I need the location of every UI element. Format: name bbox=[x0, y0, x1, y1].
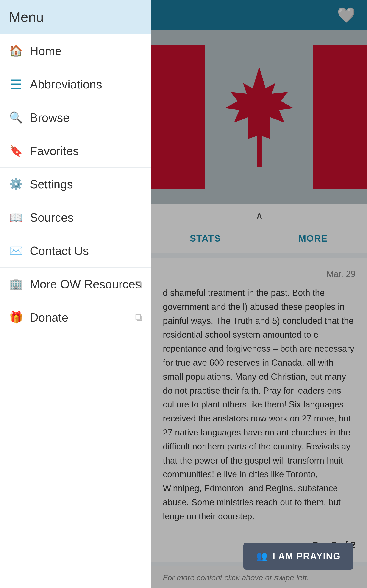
sidebar-item-abbreviations[interactable]: ☰ Abbreviations bbox=[0, 68, 151, 101]
browse-label: Browse bbox=[30, 111, 69, 124]
browse-icon: 🔍 bbox=[9, 111, 23, 124]
sidebar-item-settings[interactable]: ⚙️ Settings bbox=[0, 168, 151, 201]
sidebar-header: Menu bbox=[0, 0, 151, 34]
sidebar-item-favorites[interactable]: 🔖 Favorites bbox=[0, 134, 151, 168]
sidebar-nav: 🏠 Home ☰ Abbreviations 🔍 Browse 🔖 Favori… bbox=[0, 34, 151, 588]
sources-icon: 📖 bbox=[9, 211, 23, 225]
home-label: Home bbox=[30, 44, 62, 58]
sidebar-item-donate[interactable]: 🎁 Donate ⧉ bbox=[0, 301, 151, 334]
sidebar-item-sources[interactable]: 📖 Sources bbox=[0, 201, 151, 234]
sidebar-item-home[interactable]: 🏠 Home bbox=[0, 34, 151, 68]
donate-icon: 🎁 bbox=[9, 311, 23, 324]
settings-icon: ⚙️ bbox=[9, 177, 23, 191]
external-link-icon-2: ⧉ bbox=[135, 312, 142, 323]
praying-button-label: I AM PRAYING bbox=[273, 551, 341, 561]
sidebar-item-more-ow-resources[interactable]: 🏢 More OW Resources ⧉ bbox=[0, 268, 151, 301]
abbreviations-label: Abbreviations bbox=[30, 78, 102, 91]
home-icon: 🏠 bbox=[9, 44, 23, 58]
menu-title: Menu bbox=[9, 9, 44, 25]
more-ow-label: More OW Resources bbox=[30, 277, 141, 291]
praying-btn-area: 👥 I AM PRAYING bbox=[243, 543, 353, 570]
contact-label: Contact Us bbox=[30, 244, 89, 258]
sidebar: Menu 🏠 Home ☰ Abbreviations 🔍 Browse 🔖 F… bbox=[0, 0, 151, 588]
external-link-icon-1: ⧉ bbox=[135, 278, 142, 290]
sidebar-item-browse[interactable]: 🔍 Browse bbox=[0, 101, 151, 134]
sources-label: Sources bbox=[30, 211, 74, 225]
donate-label: Donate bbox=[30, 311, 68, 324]
praying-icon: 👥 bbox=[256, 551, 268, 562]
abbreviations-icon: ☰ bbox=[9, 78, 23, 91]
favorites-icon: 🔖 bbox=[9, 144, 23, 158]
favorites-label: Favorites bbox=[30, 144, 79, 158]
settings-label: Settings bbox=[30, 177, 73, 191]
praying-button[interactable]: 👥 I AM PRAYING bbox=[243, 543, 353, 570]
sidebar-item-contact-us[interactable]: ✉️ Contact Us bbox=[0, 234, 151, 268]
contact-icon: ✉️ bbox=[9, 244, 23, 258]
more-ow-icon: 🏢 bbox=[9, 277, 23, 291]
